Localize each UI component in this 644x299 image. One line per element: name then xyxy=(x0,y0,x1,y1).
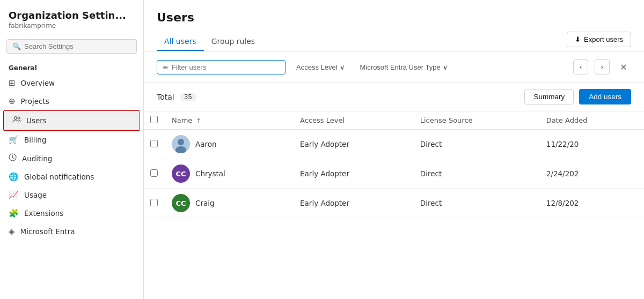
user-name: Aaron xyxy=(195,140,217,148)
user-name: Chrystal xyxy=(195,169,225,178)
nav-next-button[interactable]: › xyxy=(595,59,610,74)
license-source-column-header: License Source xyxy=(414,111,540,130)
access-level-cell: Early Adopter xyxy=(294,130,414,159)
access-level-label: Access Level xyxy=(296,63,338,71)
export-users-button[interactable]: ⬇ Export users xyxy=(567,32,631,47)
row-checkbox-cell[interactable] xyxy=(144,130,165,159)
sort-asc-icon: ↑ xyxy=(196,117,201,124)
tabs-export-row: All users Group rules ⬇ Export users xyxy=(157,32,631,51)
microsoft-entra-icon: ◈ xyxy=(9,227,15,236)
sidebar-item-label: Projects xyxy=(21,97,49,106)
table-row: AaronEarly AdopterDirect11/22/20 xyxy=(144,130,644,159)
nav-prev-button[interactable]: ‹ xyxy=(573,59,588,74)
search-settings-input[interactable] xyxy=(24,42,131,50)
svg-point-1 xyxy=(18,117,20,119)
extensions-icon: 🧩 xyxy=(9,208,19,218)
sidebar-item-label: Overview xyxy=(21,79,55,87)
sidebar: Organization Settin... fabrikamprime 🔍 G… xyxy=(0,0,144,299)
general-section-label: General xyxy=(0,60,143,74)
close-icon: ✕ xyxy=(620,62,627,72)
clear-filters-button[interactable]: ✕ xyxy=(616,59,631,74)
date-added-cell: 11/22/20 xyxy=(540,130,644,159)
avatar xyxy=(172,135,190,153)
name-column-header[interactable]: Name ↑ xyxy=(165,111,294,130)
date-added-cell: 12/8/202 xyxy=(540,189,644,218)
table-scroll[interactable]: Name ↑ Access Level License Source Date … xyxy=(144,111,644,299)
avatar: CC xyxy=(172,165,190,183)
filter-users-input[interactable] xyxy=(172,63,280,71)
filter-input-wrapper[interactable]: ≡ xyxy=(157,60,286,74)
license-source-cell: Direct xyxy=(414,130,540,159)
search-settings-wrapper[interactable]: 🔍 xyxy=(6,39,137,54)
access-level-column-header: Access Level xyxy=(294,111,414,130)
svg-point-4 xyxy=(178,139,184,145)
chevron-down-icon: ∨ xyxy=(340,63,345,71)
chevron-right-icon: › xyxy=(601,63,604,71)
user-name: Craig xyxy=(195,199,215,207)
add-users-button[interactable]: Add users xyxy=(579,89,631,104)
total-label: Total xyxy=(157,93,174,101)
license-source-cell: Direct xyxy=(414,189,540,218)
users-table: Name ↑ Access Level License Source Date … xyxy=(144,111,644,218)
projects-icon: ⊕ xyxy=(9,96,16,106)
sidebar-item-global-notifications[interactable]: 🌐 Global notifications xyxy=(0,168,143,186)
export-label: Export users xyxy=(584,35,623,43)
overview-icon: ⊞ xyxy=(9,78,16,88)
sidebar-item-projects[interactable]: ⊕ Projects xyxy=(0,92,143,110)
name-cell: CCChrystal xyxy=(165,159,294,189)
sidebar-header: Organization Settin... fabrikamprime xyxy=(0,0,143,35)
date-added-cell: 2/24/202 xyxy=(540,159,644,189)
user-type-label: Microsoft Entra User Type xyxy=(360,63,441,71)
access-level-cell: Early Adopter xyxy=(294,159,414,189)
sidebar-item-billing[interactable]: 🛒 Billing xyxy=(0,131,143,149)
row-checkbox-cell[interactable] xyxy=(144,159,165,189)
chevron-left-icon: ‹ xyxy=(579,63,582,71)
row-checkbox[interactable] xyxy=(150,140,158,147)
sidebar-item-extensions[interactable]: 🧩 Extensions xyxy=(0,204,143,222)
chevron-down-icon-2: ∨ xyxy=(443,63,448,71)
name-cell: CCCraig xyxy=(165,189,294,218)
export-icon: ⬇ xyxy=(575,35,581,43)
org-title: Organization Settin... xyxy=(9,10,135,21)
auditing-icon xyxy=(9,153,17,163)
filter-bar: ≡ Access Level ∨ Microsoft Entra User Ty… xyxy=(144,52,644,83)
user-type-dropdown[interactable]: Microsoft Entra User Type ∨ xyxy=(356,61,452,74)
sidebar-item-label: Extensions xyxy=(24,209,63,218)
svg-point-0 xyxy=(14,117,17,119)
users-icon xyxy=(12,115,21,126)
access-level-dropdown[interactable]: Access Level ∨ xyxy=(292,61,349,74)
page-title: Users xyxy=(157,11,631,24)
sidebar-item-auditing[interactable]: Auditing xyxy=(0,149,143,168)
sidebar-item-users-border: Users xyxy=(3,110,140,131)
sidebar-item-usage[interactable]: 📈 Usage xyxy=(0,186,143,204)
tab-group-rules[interactable]: Group rules xyxy=(204,33,263,51)
main-header: Users All users Group rules ⬇ Export use… xyxy=(144,0,644,52)
usage-icon: 📈 xyxy=(9,190,19,200)
tab-all-users[interactable]: All users xyxy=(157,33,204,51)
org-subtitle: fabrikamprime xyxy=(9,22,135,29)
access-level-cell: Early Adopter xyxy=(294,189,414,218)
select-all-header[interactable] xyxy=(144,111,165,130)
sidebar-item-label: Global notifications xyxy=(24,173,94,181)
sidebar-item-microsoft-entra[interactable]: ◈ Microsoft Entra xyxy=(0,222,143,241)
sidebar-item-users[interactable]: Users xyxy=(4,111,140,130)
sidebar-item-label: Billing xyxy=(24,136,46,144)
license-source-cell: Direct xyxy=(414,159,540,189)
table-row: CCCraigEarly AdopterDirect12/8/202 xyxy=(144,189,644,218)
sidebar-item-label: Users xyxy=(26,116,47,125)
table-toolbar: Total 35 Summary Add users xyxy=(144,83,644,111)
total-badge: 35 xyxy=(180,93,196,101)
sidebar-item-label: Usage xyxy=(24,191,47,199)
sidebar-item-label: Microsoft Entra xyxy=(20,227,75,236)
name-cell: Aaron xyxy=(165,130,294,159)
select-all-checkbox[interactable] xyxy=(150,116,158,123)
row-checkbox[interactable] xyxy=(150,199,158,206)
row-checkbox-cell[interactable] xyxy=(144,189,165,218)
tabs-bar: All users Group rules xyxy=(157,33,262,50)
row-checkbox[interactable] xyxy=(150,169,158,177)
table-area: Total 35 Summary Add users Name ↑ xyxy=(144,83,644,299)
avatar: CC xyxy=(172,194,190,212)
filter-lines-icon: ≡ xyxy=(163,63,169,71)
sidebar-item-overview[interactable]: ⊞ Overview xyxy=(0,74,143,92)
summary-button[interactable]: Summary xyxy=(524,89,574,104)
